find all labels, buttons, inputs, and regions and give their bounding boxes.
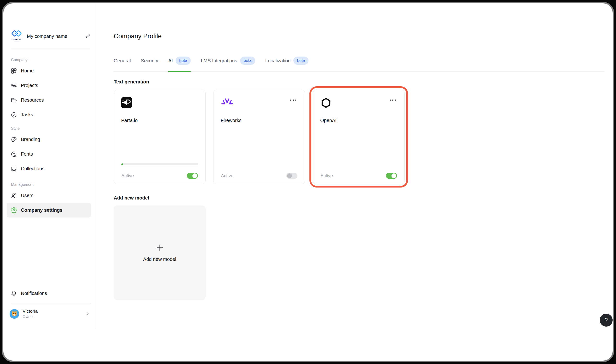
- beta-badge: beta: [240, 57, 255, 65]
- sidebar-item-label: Fonts: [21, 151, 33, 157]
- font-circle-icon: [11, 151, 17, 157]
- sidebar-item-label: Collections: [21, 166, 44, 171]
- workspace-name: My company name: [27, 34, 81, 39]
- sidebar-nav-company: Home Projects Resources: [10, 64, 96, 122]
- openai-logo: [320, 97, 397, 109]
- beta-badge: beta: [293, 57, 308, 65]
- tab-security[interactable]: Security: [141, 57, 158, 65]
- bell-icon: [11, 290, 17, 297]
- app-window: COMPANY My company name Company Home: [2, 2, 614, 362]
- user-role: Owner: [23, 315, 81, 319]
- sidebar-item-home[interactable]: Home: [7, 64, 91, 78]
- fireworks-logo: [221, 97, 298, 109]
- page-title: Company Profile: [114, 33, 162, 40]
- tab-localization[interactable]: Localization beta: [265, 57, 309, 65]
- more-menu-icon[interactable]: [289, 99, 297, 102]
- sidebar-divider: [11, 49, 91, 49]
- status-label: Active: [320, 173, 333, 178]
- chevron-right-icon[interactable]: [84, 311, 91, 317]
- more-menu-icon[interactable]: [389, 99, 397, 102]
- sidebar-item-label: Home: [21, 68, 34, 74]
- provider-name: OpenAI: [320, 118, 397, 123]
- sidebar-item-collections[interactable]: Collections: [7, 161, 91, 176]
- user-name: Victoria: [23, 309, 81, 314]
- add-new-model-button[interactable]: Add new model: [114, 206, 206, 300]
- sidebar-item-label: Notifications: [21, 291, 47, 296]
- usage-progress-bar: [121, 163, 198, 165]
- swap-workspace-icon[interactable]: [84, 33, 91, 39]
- sidebar-item-label: Tasks: [21, 112, 33, 117]
- layers-icon: [11, 82, 17, 89]
- status-label: Active: [121, 173, 134, 178]
- svg-text:COMPANY: COMPANY: [12, 39, 22, 40]
- section-label-style: Style: [11, 126, 96, 131]
- provider-name: Parta.io: [121, 118, 198, 123]
- sidebar-item-tasks[interactable]: Tasks: [7, 107, 91, 122]
- provider-card-openai[interactable]: OpenAI Active: [313, 90, 405, 184]
- sidebar-item-label: Resources: [21, 97, 44, 103]
- add-new-model-heading: Add new model: [114, 195, 149, 201]
- provider-name: Fireworks: [221, 118, 298, 123]
- folder-icon: [11, 97, 17, 103]
- sidebar-item-label: Branding: [21, 137, 40, 142]
- gear-icon: [11, 207, 17, 213]
- sidebar-nav-style: Branding Fonts Collections: [10, 132, 96, 176]
- sidebar-item-label: Projects: [21, 83, 38, 88]
- tab-label: AI: [168, 58, 173, 64]
- brush-icon: [11, 136, 17, 143]
- collection-icon: [11, 166, 17, 172]
- sidebar-item-users[interactable]: Users: [7, 188, 91, 203]
- parta-logo: [121, 97, 198, 109]
- text-generation-heading: Text generation: [114, 79, 149, 85]
- sidebar-nav-management: Users Company settings: [10, 188, 96, 218]
- active-toggle[interactable]: [386, 173, 397, 179]
- tab-label: General: [114, 58, 131, 64]
- provider-card-fireworks[interactable]: Fireworks Active: [213, 90, 305, 184]
- tab-lms-integrations[interactable]: LMS Integrations beta: [201, 57, 255, 65]
- provider-card-parta[interactable]: Parta.io Active: [114, 90, 206, 184]
- provider-cards: Parta.io Active Fireworks Active: [114, 90, 405, 184]
- user-profile-row[interactable]: Victoria Owner: [10, 309, 91, 319]
- sidebar-item-notifications[interactable]: Notifications: [7, 286, 91, 301]
- plus-icon: [156, 244, 164, 252]
- avatar: [10, 309, 19, 319]
- tab-bar: General Security AI beta LMS Integration…: [114, 57, 604, 72]
- active-toggle[interactable]: [286, 173, 297, 179]
- sidebar-item-label: Company settings: [21, 208, 62, 213]
- squares-plus-icon: [11, 68, 17, 74]
- workspace-switcher: COMPANY My company name: [10, 29, 96, 44]
- sidebar-item-branding[interactable]: Branding: [7, 132, 91, 147]
- sidebar-item-fonts[interactable]: Fonts: [7, 147, 91, 161]
- sidebar-item-projects[interactable]: Projects: [7, 78, 91, 93]
- active-toggle[interactable]: [187, 173, 198, 179]
- sidebar-item-label: Users: [21, 193, 33, 198]
- tab-general[interactable]: General: [114, 57, 131, 65]
- tab-ai[interactable]: AI beta: [168, 57, 191, 65]
- tab-label: Localization: [265, 58, 291, 64]
- users-icon: [11, 193, 17, 199]
- tab-label: Security: [141, 58, 158, 64]
- status-label: Active: [221, 173, 233, 178]
- add-new-model-label: Add new model: [143, 257, 176, 262]
- help-button[interactable]: ?: [600, 314, 613, 326]
- sidebar-footer-divider: [11, 304, 91, 304]
- sidebar: COMPANY My company name Company Home: [3, 3, 96, 328]
- beta-badge: beta: [176, 57, 191, 65]
- sidebar-item-resources[interactable]: Resources: [7, 93, 91, 107]
- help-label: ?: [604, 317, 608, 324]
- check-circle-icon: [11, 112, 17, 118]
- company-logo: COMPANY: [10, 30, 24, 43]
- tab-label: LMS Integrations: [201, 58, 237, 64]
- section-label-company: Company: [11, 58, 96, 62]
- section-label-management: Management: [11, 182, 96, 187]
- sidebar-item-company-settings[interactable]: Company settings: [7, 203, 91, 218]
